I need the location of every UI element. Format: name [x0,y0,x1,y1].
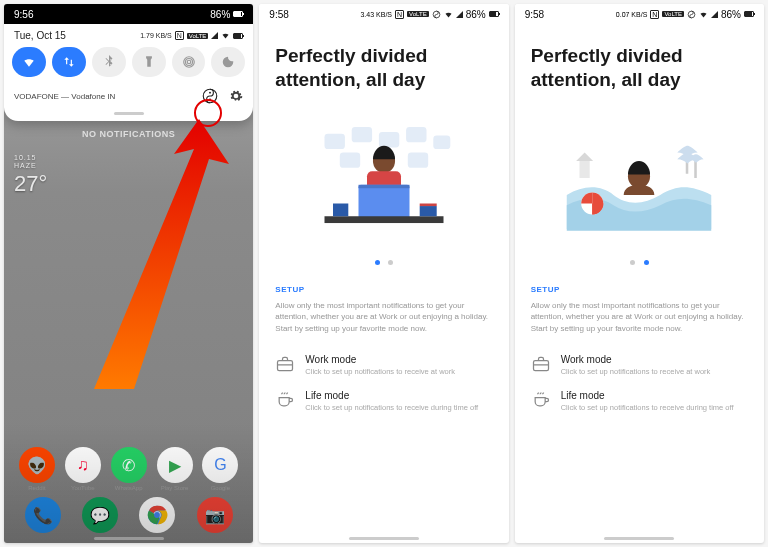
battery-percent: 86% [721,9,741,20]
qs-bluetooth[interactable] [92,47,126,77]
life-mode-sub: Click to set up notifications to receive… [561,403,734,412]
volte-icon: VoLTE [662,11,684,17]
svg-rect-21 [358,184,409,187]
qs-screencast[interactable] [172,47,206,77]
battery-icon [233,11,243,17]
work-illustration[interactable] [275,108,492,248]
weather-condition: HAZE [14,162,47,170]
briefcase-icon [531,354,551,374]
svg-rect-34 [533,361,548,371]
quick-settings-row [4,47,253,77]
svg-marker-29 [576,152,593,161]
cup-icon [531,390,551,410]
work-mode-row[interactable]: Work mode Click to set up notifications … [531,354,748,376]
svg-rect-23 [333,203,348,216]
qs-data[interactable] [52,47,86,77]
svg-rect-11 [324,133,344,148]
svg-rect-20 [358,184,409,218]
svg-rect-14 [406,127,426,142]
setup-description: Allow only the most important notificati… [531,300,748,335]
life-mode-sub: Click to set up notifications to receive… [305,403,478,412]
shade-header: Tue, Oct 15 1.79 KB/S N VoLTE [4,24,253,47]
page-indicator [531,256,748,267]
page-title: Perfectly divided attention, all day [531,44,748,92]
battery-icon [744,11,754,17]
data-rate: 1.79 KB/S [140,32,172,39]
dot-0[interactable] [375,260,380,265]
briefcase-icon [275,354,295,374]
status-bar: 9:58 0.07 KB/S N VoLTE 86% [515,4,764,24]
signal-icon [711,11,718,18]
bluetooth-icon [102,55,116,69]
svg-rect-24 [420,206,437,216]
cup-icon [275,390,295,410]
setup-heading: SETUP [531,285,748,294]
svg-rect-13 [379,132,399,147]
qs-night-mode[interactable] [211,47,245,77]
weather-date: 10.15 [14,154,47,162]
battery-percent: 86% [210,9,230,20]
life-mode-title: Life mode [305,390,478,401]
qs-flashlight[interactable] [132,47,166,77]
nfc-icon: N [395,10,404,19]
status-time: 9:56 [14,9,33,20]
signal-icon [211,32,218,39]
carrier-label: VODAFONE — Vodafone IN [14,92,115,101]
status-right: 86% [210,9,243,20]
annotation-circle [194,99,222,127]
work-mode-title: Work mode [561,354,711,365]
svg-rect-15 [433,135,450,149]
dot-0[interactable] [630,260,635,265]
zen-status-icon [432,10,441,19]
gesture-nav-bar[interactable] [604,537,674,540]
dot-1[interactable] [644,260,649,265]
dock-background [4,423,253,543]
data-rate: 0.07 KB/S [616,11,648,18]
battery-percent: 86% [466,9,486,20]
status-time: 9:58 [525,9,544,20]
status-bar: 9:56 86% [4,4,253,24]
moon-icon [221,55,235,69]
dot-1[interactable] [388,260,393,265]
svg-rect-25 [420,203,437,206]
gesture-nav-bar[interactable] [94,537,164,540]
signal-icon [456,11,463,18]
data-rate: 3.43 KB/S [360,11,392,18]
svg-rect-17 [408,152,428,167]
flashlight-icon [142,55,156,69]
wifi-icon [699,10,708,19]
no-notifications-label: NO NOTIFICATIONS [4,121,253,147]
phone-zen-setup-work: 9:58 3.43 KB/S N VoLTE 86% Perfectly div… [259,4,508,543]
volte-icon: VoLTE [407,11,429,17]
wifi-icon [444,10,453,19]
svg-point-4 [209,92,211,94]
cast-icon [182,55,196,69]
life-mode-row[interactable]: Life mode Click to set up notifications … [275,390,492,412]
battery-icon [489,11,499,17]
life-mode-row[interactable]: Life mode Click to set up notifications … [531,390,748,412]
shade-drag-handle[interactable] [114,112,144,115]
setup-description: Allow only the most important notificati… [275,300,492,335]
nfc-icon: N [650,10,659,19]
status-bar: 9:58 3.43 KB/S N VoLTE 86% [259,4,508,24]
svg-point-0 [187,60,191,64]
phone-zen-setup-life: 9:58 0.07 KB/S N VoLTE 86% Perfectly div… [515,4,764,543]
data-arrows-icon [62,55,76,69]
work-mode-title: Work mode [305,354,455,365]
setup-heading: SETUP [275,285,492,294]
page-title: Perfectly divided attention, all day [275,44,492,92]
battery-icon-2 [233,33,243,39]
page-indicator [275,256,492,267]
weather-widget[interactable]: 10.15 HAZE 27° [14,154,47,197]
weather-temp: 27° [14,171,47,196]
svg-rect-26 [278,361,293,371]
work-mode-row[interactable]: Work mode Click to set up notifications … [275,354,492,376]
qs-wifi[interactable] [12,47,46,77]
setup-content: Perfectly divided attention, all day [259,24,508,543]
gesture-nav-bar[interactable] [349,537,419,540]
settings-icon[interactable] [229,89,243,103]
life-illustration[interactable] [531,108,748,248]
wifi-icon [22,55,36,69]
life-mode-title: Life mode [561,390,734,401]
zen-status-icon [687,10,696,19]
